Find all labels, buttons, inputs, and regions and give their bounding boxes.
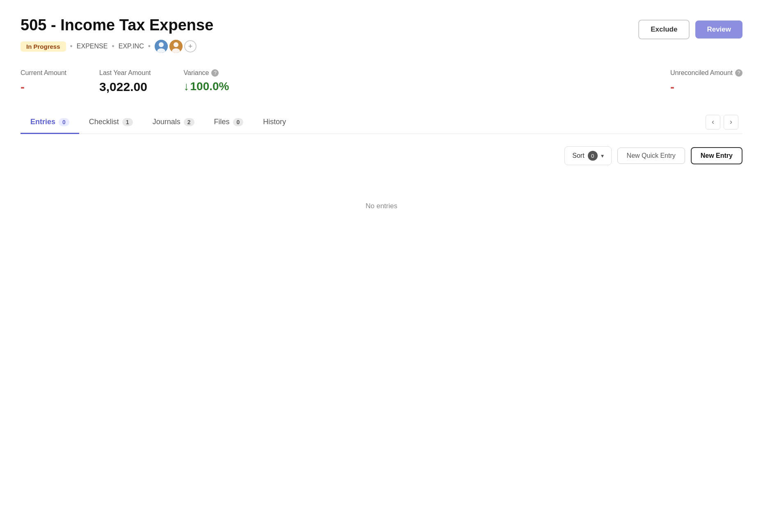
tab-history[interactable]: History [253, 110, 296, 134]
page-title: 505 - Income Tax Expense [21, 16, 213, 34]
chevron-down-icon: ▾ [601, 152, 604, 159]
toolbar: Sort 0 ▾ New Quick Entry New Entry [21, 146, 742, 165]
current-amount-value: - [21, 80, 66, 94]
variance-arrow: ↓ [184, 80, 190, 93]
tabs: Entries 0 Checklist 1 Journals 2 Files 0… [21, 110, 706, 134]
avatar-group: + [155, 40, 196, 53]
prev-arrow-button[interactable]: ‹ [706, 115, 720, 130]
sort-count-badge: 0 [588, 151, 598, 161]
variance-label: Variance [184, 69, 209, 77]
sort-button[interactable]: Sort 0 ▾ [564, 146, 611, 165]
svg-point-4 [174, 42, 178, 47]
separator-1: • [70, 42, 73, 51]
variance-percent: 100.0% [190, 80, 229, 93]
exclude-button[interactable]: Exclude [638, 20, 690, 39]
empty-state: No entries [21, 177, 742, 235]
tab-journals[interactable]: Journals 2 [143, 110, 204, 134]
account-code: EXP.INC [119, 43, 144, 50]
unreconciled-label: Unreconciled Amount [670, 69, 733, 77]
last-year-label: Last Year Amount [99, 69, 151, 77]
tab-checklist-badge: 1 [122, 118, 133, 126]
tab-files-badge: 0 [233, 118, 244, 126]
svg-point-1 [159, 42, 164, 47]
unreconciled-label-row: Unreconciled Amount ? [670, 69, 742, 77]
variance-stat: Variance ? ↓100.0% [184, 69, 229, 94]
meta-row: In Progress • EXPENSE • EXP.INC • [21, 40, 213, 53]
tab-files-label: Files [214, 118, 230, 126]
current-amount-stat: Current Amount - [21, 69, 66, 94]
variance-label-row: Variance ? [184, 69, 229, 77]
page-header: 505 - Income Tax Expense In Progress • E… [21, 16, 742, 53]
empty-state-message: No entries [366, 202, 397, 210]
variance-help-icon[interactable]: ? [211, 69, 219, 77]
avatar[interactable] [169, 40, 183, 53]
status-badge: In Progress [21, 41, 66, 52]
separator-3: • [148, 42, 151, 51]
tab-entries-label: Entries [30, 118, 55, 126]
tab-entries-badge: 0 [59, 118, 69, 126]
header-left: 505 - Income Tax Expense In Progress • E… [21, 16, 213, 53]
tab-journals-badge: 2 [184, 118, 194, 126]
current-amount-label: Current Amount [21, 69, 66, 77]
stats-row: Current Amount - Last Year Amount 3,022.… [21, 69, 742, 94]
unreconciled-stat: Unreconciled Amount ? - [670, 69, 742, 94]
tabs-row: Entries 0 Checklist 1 Journals 2 Files 0… [21, 110, 742, 134]
new-entry-button[interactable]: New Entry [691, 147, 742, 164]
variance-value: ↓100.0% [184, 80, 229, 93]
tab-journals-label: Journals [153, 118, 180, 126]
review-button[interactable]: Review [695, 20, 742, 39]
account-type: EXPENSE [77, 43, 108, 50]
header-actions: Exclude Review [638, 20, 742, 39]
separator-2: • [112, 42, 114, 51]
unreconciled-value: - [670, 80, 742, 94]
tab-files[interactable]: Files 0 [204, 110, 254, 134]
tab-checklist[interactable]: Checklist 1 [79, 110, 143, 134]
last-year-value: 3,022.00 [99, 80, 151, 94]
next-arrow-button[interactable]: › [724, 115, 738, 130]
tab-checklist-label: Checklist [89, 118, 119, 126]
tabs-navigation: ‹ › [706, 115, 742, 130]
unreconciled-help-icon[interactable]: ? [735, 69, 742, 77]
avatar[interactable] [155, 40, 168, 53]
add-user-button[interactable]: + [184, 40, 196, 52]
sort-label: Sort [572, 152, 584, 159]
tab-entries[interactable]: Entries 0 [21, 110, 79, 134]
tab-history-label: History [263, 118, 286, 126]
last-year-amount-stat: Last Year Amount 3,022.00 [99, 69, 151, 94]
new-quick-entry-button[interactable]: New Quick Entry [617, 148, 685, 164]
